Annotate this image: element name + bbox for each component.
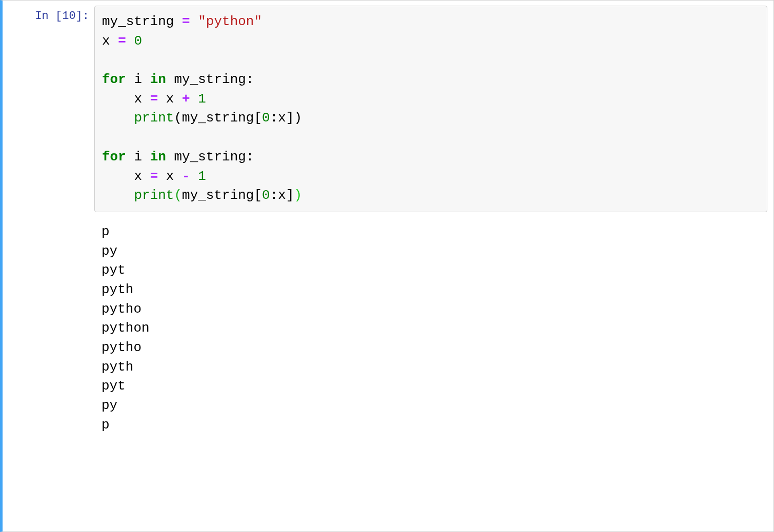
- code-input[interactable]: my_string = "python" x = 0 for i in my_s…: [94, 6, 767, 212]
- code-token: [190, 14, 198, 29]
- code-token: in: [150, 72, 166, 87]
- code-token: :x]: [270, 188, 294, 203]
- code-token: =: [182, 14, 190, 29]
- code-token: 0: [262, 110, 270, 126]
- code-token: print: [134, 188, 174, 203]
- code-token: my_string: [102, 14, 182, 29]
- code-token: 1: [198, 169, 206, 184]
- code-token: 0: [134, 33, 142, 49]
- code-token: =: [150, 91, 158, 107]
- code-token: ): [294, 188, 302, 203]
- code-token: in: [150, 149, 166, 165]
- code-token: x: [102, 33, 118, 49]
- code-token: [102, 188, 134, 203]
- code-token: -: [182, 169, 190, 184]
- execution-count: 10: [62, 10, 75, 23]
- code-token: for: [102, 72, 126, 87]
- code-token: "python": [198, 14, 262, 29]
- code-token: my_string:: [166, 149, 254, 165]
- code-token: 1: [198, 91, 206, 107]
- code-token: :x]): [270, 110, 302, 126]
- code-token: 0: [262, 188, 270, 203]
- code-token: [190, 91, 198, 107]
- prompt-prefix: In [: [35, 10, 62, 23]
- code-token: x: [158, 169, 182, 184]
- code-token: +: [182, 91, 190, 107]
- code-token: my_string:: [166, 72, 254, 87]
- prompt-suffix: ]:: [76, 10, 89, 23]
- code-token: [102, 110, 134, 126]
- code-token: =: [118, 33, 126, 49]
- code-token: print: [134, 110, 174, 126]
- code-token: x: [102, 91, 150, 107]
- code-token: (: [174, 188, 182, 203]
- code-token: i: [126, 149, 150, 165]
- input-prompt: In [10]:: [3, 1, 92, 531]
- code-token: x: [102, 169, 150, 184]
- code-token: (my_string[: [174, 110, 262, 126]
- code-token: x: [158, 91, 182, 107]
- code-token: for: [102, 149, 126, 165]
- code-token: =: [150, 169, 158, 184]
- cell-content: my_string = "python" x = 0 for i in my_s…: [92, 1, 773, 531]
- code-token: [190, 169, 198, 184]
- notebook-cell: In [10]: my_string = "python" x = 0 for …: [0, 0, 774, 532]
- cell-output: p py pyt pyth pytho python pytho pyth py…: [94, 212, 767, 435]
- code-token: i: [126, 72, 150, 87]
- code-token: my_string[: [182, 188, 262, 203]
- code-token: [126, 33, 134, 49]
